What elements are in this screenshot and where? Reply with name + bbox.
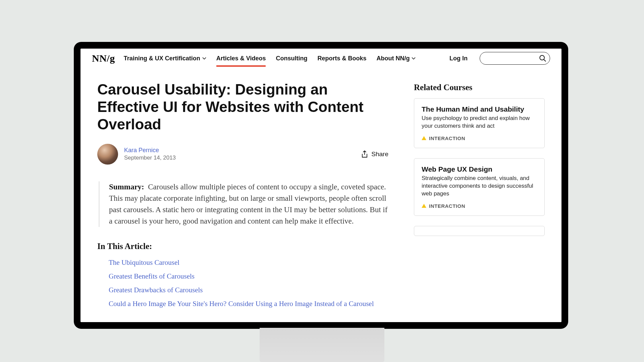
related-courses-heading: Related Courses <box>414 83 545 92</box>
nav-label: Training & UX Certification <box>124 55 200 62</box>
nav-label: Consulting <box>276 55 307 62</box>
chevron-down-icon <box>202 56 206 60</box>
summary-block: Summary: Carousels allow multiple pieces… <box>99 181 388 227</box>
nav-label: Reports & Books <box>317 55 366 62</box>
content-area: Carousel Usability: Designing an Effecti… <box>80 68 561 313</box>
login-link[interactable]: Log In <box>449 55 468 62</box>
triangle-icon <box>422 204 426 208</box>
course-tag-label: INTERACTION <box>429 135 465 141</box>
article-title: Carousel Usability: Designing an Effecti… <box>97 81 388 133</box>
course-description: Strategically combine content, visuals, … <box>422 175 537 198</box>
course-card[interactable]: The Human Mind and Usability Use psychol… <box>414 98 545 148</box>
course-card[interactable] <box>414 226 545 236</box>
main-nav: Training & UX Certification Articles & V… <box>124 49 416 68</box>
course-tag: INTERACTION <box>422 135 537 141</box>
nav-label: Articles & Videos <box>216 55 266 62</box>
triangle-icon <box>422 136 426 140</box>
monitor-stand <box>260 328 384 362</box>
course-tag-label: INTERACTION <box>429 203 465 209</box>
share-label: Share <box>371 150 388 158</box>
toc-link[interactable]: Greatest Benefits of Carousels <box>109 272 388 281</box>
course-description: Use psychology to predict and explain ho… <box>422 115 537 130</box>
search-input[interactable] <box>475 56 539 61</box>
share-icon <box>361 150 368 158</box>
course-title: The Human Mind and Usability <box>422 105 537 113</box>
chevron-down-icon <box>412 56 416 60</box>
summary-label: Summary: <box>109 183 144 191</box>
share-button[interactable]: Share <box>361 150 388 158</box>
site-header: NN/g Training & UX Certification Article… <box>80 49 561 68</box>
search-box[interactable] <box>480 52 550 65</box>
nav-articles[interactable]: Articles & Videos <box>216 49 266 68</box>
author-link[interactable]: Kara Pernice <box>124 147 176 154</box>
toc-link[interactable]: Could a Hero Image Be Your Site's Hero? … <box>109 300 388 308</box>
site-logo[interactable]: NN/g <box>92 53 115 64</box>
byline-row: Kara Pernice September 14, 2013 <box>97 144 388 165</box>
toc-heading: In This Article: <box>97 242 388 251</box>
author-avatar[interactable] <box>97 144 118 165</box>
nav-training[interactable]: Training & UX Certification <box>124 49 206 68</box>
table-of-contents: The Ubiquitous Carousel Greatest Benefit… <box>97 258 388 308</box>
byline: Kara Pernice September 14, 2013 <box>97 144 176 165</box>
toc-link[interactable]: Greatest Drawbacks of Carousels <box>109 286 388 294</box>
sidebar: Related Courses The Human Mind and Usabi… <box>414 81 545 313</box>
course-card[interactable]: Web Page UX Design Strategically combine… <box>414 158 545 216</box>
course-tag: INTERACTION <box>422 203 537 209</box>
nav-consulting[interactable]: Consulting <box>276 49 307 68</box>
summary-text: Carousels allow multiple pieces of conte… <box>109 183 387 225</box>
screen: NN/g Training & UX Certification Article… <box>80 49 561 322</box>
article-main: Carousel Usability: Designing an Effecti… <box>97 81 388 313</box>
monitor-frame: NN/g Training & UX Certification Article… <box>74 42 568 329</box>
nav-reports[interactable]: Reports & Books <box>317 49 366 68</box>
svg-line-1 <box>544 60 546 62</box>
search-icon[interactable] <box>539 55 546 62</box>
svg-point-0 <box>540 55 544 60</box>
publish-date: September 14, 2013 <box>124 155 176 161</box>
toc-link[interactable]: The Ubiquitous Carousel <box>109 258 388 267</box>
course-title: Web Page UX Design <box>422 165 537 173</box>
nav-about[interactable]: About NN/g <box>376 49 416 68</box>
nav-label: About NN/g <box>376 55 410 62</box>
